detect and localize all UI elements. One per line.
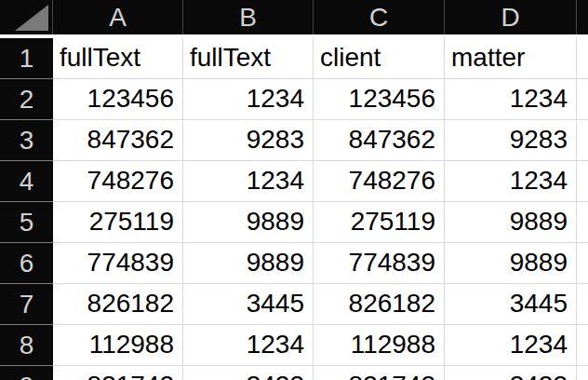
cell-C3[interactable]: 847362 [314, 120, 445, 161]
select-all-button[interactable] [0, 0, 53, 34]
cell-D8[interactable]: 1234 [445, 325, 577, 366]
table-row-2: 212345612341234561234 [0, 79, 588, 120]
table-row-9: 983174234238317423423 [0, 366, 588, 380]
cell-B8[interactable]: 1234 [183, 325, 314, 366]
cell-B3[interactable]: 9283 [183, 120, 314, 161]
cell-C2[interactable]: 123456 [314, 79, 445, 120]
cell-B6[interactable]: 9889 [183, 243, 314, 284]
spreadsheet: ABCD 1fullTextfullTextclientmatter212345… [0, 0, 588, 380]
cell-A6[interactable]: 774839 [53, 243, 183, 284]
cell-partial-7[interactable] [577, 284, 588, 325]
cell-C1[interactable]: client [314, 38, 445, 79]
cell-B9[interactable]: 3423 [183, 366, 314, 380]
cell-A2[interactable]: 123456 [53, 79, 183, 120]
row-header-7[interactable]: 7 [0, 284, 53, 325]
column-header-D[interactable]: D [445, 0, 577, 34]
cell-partial-9[interactable] [577, 366, 588, 380]
table-row-8: 811298812341129881234 [0, 325, 588, 366]
table-row-7: 782618234458261823445 [0, 284, 588, 325]
cell-B1[interactable]: fullText [183, 38, 314, 79]
column-header-A[interactable]: A [53, 0, 183, 34]
column-header-row: ABCD [0, 0, 588, 34]
cell-partial-5[interactable] [577, 202, 588, 243]
cell-A8[interactable]: 112988 [53, 325, 183, 366]
sheet-body: 1fullTextfullTextclientmatter21234561234… [0, 38, 588, 380]
table-row-4: 474827612347482761234 [0, 161, 588, 202]
cell-B5[interactable]: 9889 [183, 202, 314, 243]
column-header-C[interactable]: C [314, 0, 445, 34]
cell-partial-6[interactable] [577, 243, 588, 284]
cell-C4[interactable]: 748276 [314, 161, 445, 202]
cell-D1[interactable]: matter [445, 38, 577, 79]
row-header-8[interactable]: 8 [0, 325, 53, 366]
cell-D2[interactable]: 1234 [445, 79, 577, 120]
cell-partial-2[interactable] [577, 79, 588, 120]
row-header-5[interactable]: 5 [0, 202, 53, 243]
cell-A7[interactable]: 826182 [53, 284, 183, 325]
cell-A4[interactable]: 748276 [53, 161, 183, 202]
row-header-6[interactable]: 6 [0, 243, 53, 284]
table-row-3: 384736292838473629283 [0, 120, 588, 161]
cell-D7[interactable]: 3445 [445, 284, 577, 325]
row-header-4[interactable]: 4 [0, 161, 53, 202]
cell-partial-8[interactable] [577, 325, 588, 366]
row-header-2[interactable]: 2 [0, 79, 53, 120]
table-row-5: 527511998892751199889 [0, 202, 588, 243]
cell-B7[interactable]: 3445 [183, 284, 314, 325]
cell-C9[interactable]: 831742 [314, 366, 445, 380]
cell-D4[interactable]: 1234 [445, 161, 577, 202]
cell-D9[interactable]: 3423 [445, 366, 577, 380]
cell-D3[interactable]: 9283 [445, 120, 577, 161]
cell-A3[interactable]: 847362 [53, 120, 183, 161]
cell-C8[interactable]: 112988 [314, 325, 445, 366]
cell-partial-1[interactable] [577, 38, 588, 79]
row-header-1[interactable]: 1 [0, 38, 53, 79]
table-row-6: 677483998897748399889 [0, 243, 588, 284]
cell-C7[interactable]: 826182 [314, 284, 445, 325]
cell-D5[interactable]: 9889 [445, 202, 577, 243]
cell-A9[interactable]: 831742 [53, 366, 183, 380]
cell-C6[interactable]: 774839 [314, 243, 445, 284]
column-header-B[interactable]: B [183, 0, 314, 34]
cell-partial-4[interactable] [577, 161, 588, 202]
row-header-9[interactable]: 9 [0, 366, 53, 380]
row-header-3[interactable]: 3 [0, 120, 53, 161]
cell-partial-3[interactable] [577, 120, 588, 161]
table-row-1: 1fullTextfullTextclientmatter [0, 38, 588, 79]
cell-B2[interactable]: 1234 [183, 79, 314, 120]
cell-A1[interactable]: fullText [53, 38, 183, 79]
select-all-triangle-icon [15, 5, 48, 31]
cell-A5[interactable]: 275119 [53, 202, 183, 243]
column-header-partial[interactable] [577, 0, 588, 34]
cell-D6[interactable]: 9889 [445, 243, 577, 284]
cell-C5[interactable]: 275119 [314, 202, 445, 243]
cell-B4[interactable]: 1234 [183, 161, 314, 202]
